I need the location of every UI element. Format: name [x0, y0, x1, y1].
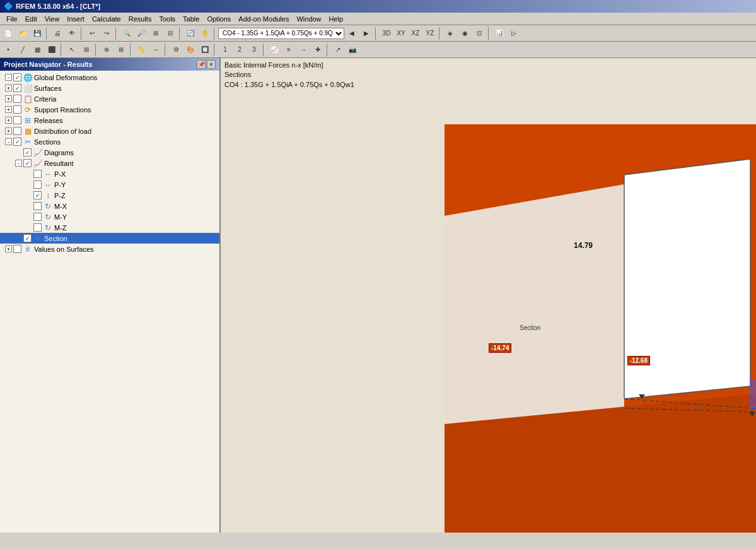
rotate-btn[interactable]: 🔄: [183, 27, 197, 40]
surf-btn[interactable]: ▦: [30, 43, 44, 57]
viewport[interactable]: Basic Internal Forces n-x [kN/m] Section…: [221, 58, 756, 533]
num-lines-btn[interactable]: 2: [233, 43, 247, 57]
expand-btn[interactable]: +: [5, 245, 12, 252]
menu-item-calculate[interactable]: Calculate: [88, 14, 125, 24]
tree-check[interactable]: [33, 170, 42, 178]
expand-btn[interactable]: -: [15, 160, 22, 167]
menu-item-view[interactable]: View: [41, 14, 64, 24]
line-btn[interactable]: ╱: [16, 43, 30, 57]
tree-item-section[interactable]: ✂Section: [0, 233, 219, 244]
iso-btn[interactable]: ≡: [282, 43, 296, 57]
grid-btn[interactable]: ⊞: [114, 43, 128, 57]
cross-btn[interactable]: ✚: [311, 43, 325, 57]
undo-btn[interactable]: ↩: [85, 27, 99, 40]
menu-item-add-on-modules[interactable]: Add-on Modules: [235, 14, 293, 24]
tree-item-criteria[interactable]: +📋Criteria: [0, 93, 219, 104]
view-3d-btn[interactable]: 3D: [380, 27, 393, 40]
zoom-out-btn[interactable]: 🔎: [134, 27, 148, 40]
tree-check[interactable]: [33, 180, 42, 189]
zoom-all-btn[interactable]: ⊞: [149, 27, 163, 40]
menu-item-table[interactable]: Table: [179, 14, 203, 24]
tree-check[interactable]: [13, 245, 21, 253]
wire-btn[interactable]: ⊡: [472, 27, 486, 40]
tree-item-m-y[interactable]: ↻M-Y: [0, 211, 219, 222]
color-btn[interactable]: 🎨: [183, 43, 197, 57]
tree-check[interactable]: [13, 84, 21, 92]
expand-btn[interactable]: +: [5, 95, 12, 102]
diag-btn[interactable]: 📈: [267, 43, 281, 57]
solid-btn[interactable]: ⬛: [45, 43, 59, 57]
tree-check[interactable]: [13, 105, 21, 114]
measure-btn[interactable]: 📏: [134, 43, 148, 57]
tree-item-resultant[interactable]: -📈Resultant: [0, 158, 219, 168]
tree-check[interactable]: [23, 159, 32, 167]
next-btn[interactable]: ▶: [359, 27, 373, 40]
tree-check[interactable]: [23, 148, 32, 156]
snap-btn[interactable]: ⊕: [100, 43, 113, 57]
open-btn[interactable]: 📂: [16, 27, 30, 40]
tree-item-distribution-of-load[interactable]: +▦Distribution of load: [0, 126, 219, 136]
view-xy-btn[interactable]: XY: [394, 27, 408, 40]
menu-item-window[interactable]: Window: [293, 14, 325, 24]
menu-item-file[interactable]: File: [3, 14, 21, 24]
num-nodes-btn[interactable]: 1: [218, 43, 232, 57]
tree-check[interactable]: [33, 202, 42, 210]
tree-check[interactable]: [13, 73, 21, 81]
menu-item-results[interactable]: Results: [125, 14, 156, 24]
tree-check[interactable]: [33, 191, 42, 199]
expand-btn[interactable]: +: [5, 127, 12, 134]
expand-btn[interactable]: +: [5, 117, 12, 124]
tree-item-p-x[interactable]: ↔P-X: [0, 168, 219, 179]
screenshot-btn[interactable]: 📷: [346, 43, 359, 57]
prev-btn[interactable]: ◀: [345, 27, 359, 40]
dim-btn[interactable]: ↔: [149, 43, 163, 57]
new-btn[interactable]: 📄: [1, 27, 15, 40]
tree-container[interactable]: -🌐Global Deformations+⬜Surfaces+📋Criteri…: [0, 71, 219, 533]
menu-item-edit[interactable]: Edit: [21, 14, 41, 24]
num-surfs-btn[interactable]: 3: [247, 43, 261, 57]
disp-opt-btn[interactable]: ⚙: [169, 43, 183, 57]
tree-item-m-z[interactable]: ↻M-Z: [0, 222, 219, 233]
render-btn[interactable]: ◈: [443, 27, 457, 40]
view-yz-btn[interactable]: YZ: [423, 27, 437, 40]
select-btn[interactable]: ↖: [65, 43, 79, 57]
menu-item-help[interactable]: Help: [325, 14, 347, 24]
mat-btn[interactable]: 🔲: [198, 43, 212, 57]
tree-check[interactable]: [23, 234, 32, 242]
tree-check[interactable]: [13, 116, 21, 124]
anim-btn[interactable]: ▷: [507, 27, 521, 40]
print-btn[interactable]: 🖨: [50, 27, 64, 40]
redo-btn[interactable]: ↪: [100, 27, 113, 40]
panel-close-btn[interactable]: ×: [207, 60, 216, 69]
expand-btn[interactable]: +: [5, 106, 12, 113]
print-prev-btn[interactable]: 👁: [65, 27, 79, 40]
expand-btn[interactable]: -: [5, 74, 12, 81]
vec-btn[interactable]: →: [296, 43, 310, 57]
tree-item-values-on-surfaces[interactable]: +#Values on Surfaces: [0, 244, 219, 254]
menu-item-tools[interactable]: Tools: [155, 14, 179, 24]
tree-item-surfaces[interactable]: +⬜Surfaces: [0, 83, 219, 93]
tree-item-global-def[interactable]: -🌐Global Deformations: [0, 72, 219, 83]
save-btn[interactable]: 💾: [30, 27, 44, 40]
tree-check[interactable]: [13, 127, 21, 135]
tree-item-p-y[interactable]: ↔P-Y: [0, 179, 219, 190]
zoom-in-btn[interactable]: 🔍: [120, 27, 134, 40]
tree-item-m-x[interactable]: ↻M-X: [0, 201, 219, 211]
view-xz-btn[interactable]: XZ: [409, 27, 422, 40]
zoom-sel-btn[interactable]: ⊟: [163, 27, 177, 40]
pan-btn[interactable]: ✋: [198, 27, 212, 40]
tree-item-releases[interactable]: +⊞Releases: [0, 115, 219, 126]
tree-item-sections[interactable]: -✂Sections: [0, 136, 219, 147]
tree-check[interactable]: [13, 95, 21, 103]
node-btn[interactable]: •: [1, 43, 15, 57]
tree-item-diagrams[interactable]: 📈Diagrams: [0, 147, 219, 158]
tree-check[interactable]: [13, 138, 21, 146]
shade-btn[interactable]: ◉: [458, 27, 472, 40]
tree-check[interactable]: [33, 213, 42, 221]
tree-item-support-reactions[interactable]: +⟳Support Reactions: [0, 104, 219, 115]
result-btn[interactable]: 📊: [492, 27, 506, 40]
expand-btn[interactable]: -: [5, 138, 12, 145]
select-all-btn[interactable]: ⊞: [79, 43, 93, 57]
expand-btn[interactable]: +: [5, 85, 12, 92]
export-btn[interactable]: ↗: [331, 43, 345, 57]
